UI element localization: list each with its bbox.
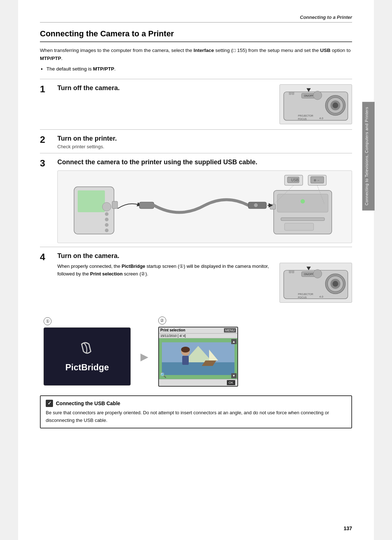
header-title: Connecting to a Printer <box>300 15 352 20</box>
ps-date-bar: 15/11/2010 [ 4/ 4] <box>159 334 237 338</box>
svg-rect-28 <box>270 204 275 209</box>
ps-photo-svg <box>162 342 234 375</box>
step-4-number: 4 <box>40 252 52 262</box>
ps-down-button: ▼ <box>231 373 237 378</box>
svg-point-21 <box>105 229 109 232</box>
screenshots-row: ① PictBridge ► ② Print selection ME <box>40 317 352 387</box>
step-1: 1 Turn off the camera. ON/OFF <box>40 79 352 129</box>
ps-screen-header: Print selection MENU <box>159 327 237 334</box>
note-icon: ✓ <box>46 400 53 407</box>
step-1-number: 1 <box>40 84 52 94</box>
ps-menu-button: MENU <box>224 328 236 333</box>
pictbridge-screen: PictBridge <box>44 327 131 386</box>
svg-rect-15 <box>78 190 105 212</box>
step-3-title: Connect the camera to the printer using … <box>57 158 352 166</box>
step-3-content: Connect the camera to the printer using … <box>57 158 352 243</box>
svg-text:ON/OFF: ON/OFF <box>304 94 313 97</box>
svg-point-30 <box>301 199 305 203</box>
page-number: 137 <box>344 525 352 531</box>
bullet-list: The default setting is MTP/PTP. <box>46 65 352 73</box>
step-4-description: When properly connected, the PictBridge … <box>57 263 272 278</box>
bullet-item: The default setting is MTP/PTP. <box>46 65 352 73</box>
usb-connection-diagram: ⊕ <box>67 172 343 241</box>
ps-up-button: ▲ <box>231 339 237 344</box>
side-tab: Connecting to Televisions, Computers and… <box>362 102 375 210</box>
svg-text:PROJECTOR: PROJECTOR <box>298 114 313 117</box>
screenshot-2-label: ② <box>158 317 166 325</box>
svg-rect-52 <box>292 270 294 273</box>
screenshot-1-item: ① PictBridge <box>44 317 131 386</box>
svg-text:USB: USB <box>291 178 299 182</box>
page: Connecting to a Printer Connecting to Te… <box>18 0 374 540</box>
step-2-subtitle: Check printer settings. <box>57 144 352 149</box>
step-4-row: When properly connected, the PictBridge … <box>57 263 352 304</box>
svg-marker-46 <box>306 267 311 270</box>
svg-rect-57 <box>182 356 189 365</box>
svg-rect-51 <box>289 270 291 273</box>
bullet-bold: MTP/PTP <box>93 66 114 72</box>
step-4: 4 Turn on the camera. When properly conn… <box>40 247 352 308</box>
screenshot-1-label: ① <box>44 317 52 325</box>
main-title: Connecting the Camera to a Printer <box>40 29 352 42</box>
step-3-image: ⊕ <box>57 170 352 243</box>
step-1-title: Turn off the camera. <box>57 84 274 92</box>
ps-body: 🔍 ▲ ▼ <box>159 338 237 379</box>
step-1-image: ON/OFF PROJECTOR FOCUS 4.0 <box>279 84 352 126</box>
step-3: 3 Connect the camera to the printer usin… <box>40 153 352 247</box>
svg-text:FOCUS: FOCUS <box>298 118 307 120</box>
step-4-title: Turn on the camera. <box>57 252 352 260</box>
ps-controls: ▲ ▼ <box>231 338 237 379</box>
svg-point-17 <box>102 202 111 211</box>
step-1-content: Turn off the camera. <box>57 84 274 93</box>
note-text: Be sure that connectors are properly ori… <box>46 409 346 424</box>
svg-text:FOCUS: FOCUS <box>298 296 307 299</box>
print-selection-screen: Print selection MENU 15/11/2010 [ 4/ 4] <box>158 327 238 387</box>
svg-rect-54 <box>162 362 234 375</box>
svg-point-58 <box>181 347 190 352</box>
svg-point-4 <box>332 102 338 108</box>
ps-ok-button: OK <box>227 380 235 385</box>
svg-point-19 <box>105 218 109 221</box>
magnify-icon: 🔍 <box>160 372 166 378</box>
screenshot-2-item: ② Print selection MENU 15/11/2010 [ 4/ 4… <box>158 317 238 387</box>
note-box: ✓ Connecting the USB Cable Be sure that … <box>40 395 352 429</box>
svg-rect-29 <box>285 223 314 230</box>
step-2: 2 Turn on the printer. Check printer set… <box>40 129 352 153</box>
svg-rect-27 <box>281 218 324 221</box>
ps-footer: OK <box>159 379 237 386</box>
svg-point-43 <box>332 281 338 287</box>
ps-date: 15/11/2010 [ 4/ 4] <box>160 334 186 338</box>
note-title: ✓ Connecting the USB Cable <box>46 400 346 407</box>
svg-point-20 <box>105 223 109 227</box>
ps-title: Print selection <box>160 328 185 332</box>
svg-rect-12 <box>289 92 291 94</box>
svg-text:⊕: ⊕ <box>254 202 258 208</box>
intro-paragraph: When transferring images to the computer… <box>40 47 352 62</box>
camera-top-svg-2: ON/OFF PROJECTOR FOCUS 4.0 <box>279 263 352 303</box>
step-2-title: Turn on the printer. <box>57 135 352 142</box>
svg-rect-22 <box>139 202 154 209</box>
side-tab-label: Connecting to Televisions, Computers and… <box>364 107 369 205</box>
pictbridge-logo-mark <box>76 340 98 361</box>
svg-text:4.0: 4.0 <box>319 295 324 298</box>
svg-text:4.0: 4.0 <box>319 117 324 120</box>
camera-top-svg: ON/OFF PROJECTOR FOCUS 4.0 <box>279 84 352 124</box>
svg-point-8 <box>313 91 322 100</box>
step-4-content: Turn on the camera. When properly connec… <box>57 252 352 304</box>
svg-point-18 <box>105 212 109 216</box>
note-title-text: Connecting the USB Cable <box>56 400 120 406</box>
svg-text:ON/OFF: ON/OFF <box>304 273 313 275</box>
svg-rect-16 <box>112 201 118 209</box>
transition-arrow: ► <box>138 349 151 364</box>
page-header: Connecting to a Printer <box>40 15 352 23</box>
step-4-camera-image: ON/OFF PROJECTOR FOCUS 4.0 <box>279 263 352 304</box>
svg-text:PROJECTOR: PROJECTOR <box>298 293 313 295</box>
svg-point-47 <box>313 269 322 278</box>
svg-text:⊕→: ⊕→ <box>314 178 320 182</box>
page-footer: 137 <box>344 525 352 531</box>
step-3-number: 3 <box>40 158 52 168</box>
step-2-number: 2 <box>40 135 52 144</box>
svg-rect-13 <box>292 92 294 94</box>
pictbridge-logo-text: PictBridge <box>65 362 109 372</box>
step-2-content: Turn on the printer. Check printer setti… <box>57 135 352 149</box>
